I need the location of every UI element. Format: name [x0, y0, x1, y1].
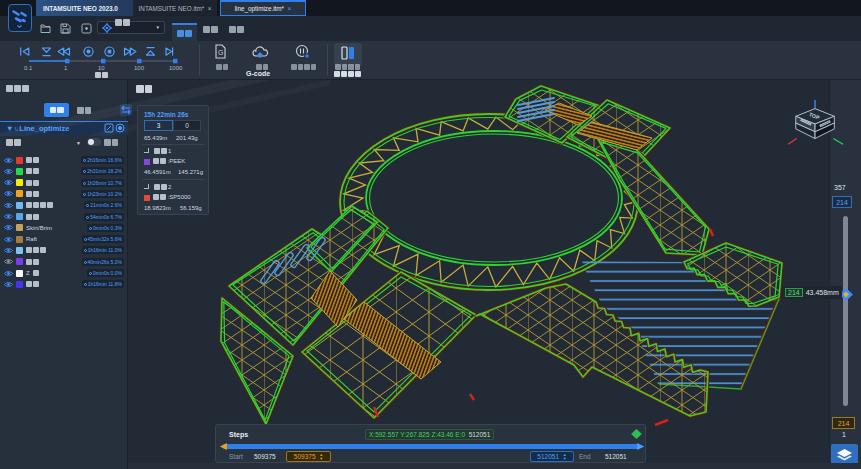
svg-text:G: G: [218, 49, 223, 56]
